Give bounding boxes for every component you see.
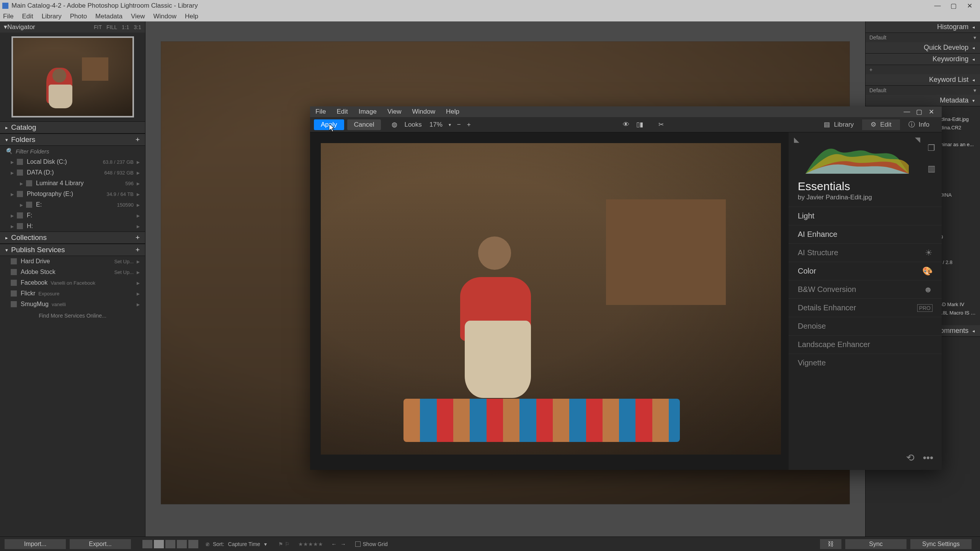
compare-icon[interactable]: ▯▮ <box>636 121 643 129</box>
loupe-view-icon[interactable] <box>154 540 164 548</box>
show-grid-checkbox[interactable]: Show Grid <box>355 541 388 547</box>
lm-maximize-icon[interactable]: ▢ <box>914 108 924 116</box>
lm-menu-window[interactable]: Window <box>412 108 435 116</box>
filter-folders-input[interactable]: 🔍 Filter Folders <box>0 146 145 156</box>
publish-item[interactable]: SmugMug vanelli ▸ <box>0 299 145 310</box>
menu-help[interactable]: Help <box>185 13 198 20</box>
lm-menu-image[interactable]: Image <box>359 108 377 116</box>
zoom-value[interactable]: 17% <box>430 121 443 129</box>
more-icon[interactable]: ••• <box>923 452 933 464</box>
essentials-row[interactable]: Color 🎨 <box>789 262 942 280</box>
sync-button[interactable]: Sync <box>845 539 906 549</box>
crop-icon[interactable]: ✂ <box>658 121 664 129</box>
clip-highlight-icon[interactable]: ◥ <box>915 135 920 144</box>
folder-item[interactable]: ▸ H: ▸ <box>0 221 145 231</box>
cancel-button[interactable]: Cancel <box>347 119 381 130</box>
grid-view-icon[interactable] <box>142 540 152 548</box>
compare-view-icon[interactable] <box>165 540 175 548</box>
menu-metadata[interactable]: Metadata <box>95 13 122 20</box>
export-button[interactable]: Export... <box>70 539 131 549</box>
sync-lock-icon[interactable]: ⛓ <box>820 539 841 549</box>
zoom-in-button[interactable]: + <box>467 121 471 129</box>
nav-mode-3-1[interactable]: 3:1 <box>134 24 141 30</box>
essentials-row[interactable]: Light <box>789 207 942 225</box>
add-folder-icon[interactable]: + <box>136 135 140 144</box>
navigator-header[interactable]: ▾ Navigator FIT FILL 1:1 3:1 <box>0 21 145 33</box>
zoom-out-button[interactable]: − <box>457 121 461 129</box>
publish-header[interactable]: ▾ Publish Services + <box>0 244 145 256</box>
dropdown-icon[interactable]: ▾ <box>973 34 976 41</box>
nav-mode-fill[interactable]: FILL <box>106 24 117 30</box>
next-photo-icon[interactable]: → <box>341 541 346 547</box>
lm-menu-file[interactable]: File <box>315 108 326 116</box>
navigator-thumbnail[interactable] <box>11 36 134 117</box>
tab-library[interactable]: ▤ Library <box>815 119 862 130</box>
flag-icons[interactable]: ⚑ ⚐ <box>278 541 290 547</box>
folder-item[interactable]: ▸ DATA (D:) 648 / 932 GB ▸ <box>0 167 145 178</box>
folder-item[interactable]: ▸ F: ▸ <box>0 210 145 221</box>
minimize-icon[interactable]: — <box>929 2 946 10</box>
close-icon[interactable]: ✕ <box>962 2 978 10</box>
menu-photo[interactable]: Photo <box>70 13 87 20</box>
split-view-icon[interactable]: ▥ <box>926 164 936 174</box>
painter-icon[interactable]: ⎚ <box>206 541 209 547</box>
essentials-row[interactable]: Vignette <box>789 354 942 372</box>
essentials-row[interactable]: Landscape Enhancer <box>789 335 942 354</box>
lm-close-icon[interactable]: ✕ <box>926 108 936 116</box>
import-button[interactable]: Import... <box>5 539 66 549</box>
nav-mode-1-1[interactable]: 1:1 <box>122 24 129 30</box>
rating-stars[interactable]: ★★★★★ <box>298 541 323 547</box>
prev-photo-icon[interactable]: ← <box>332 541 337 547</box>
lm-menu-edit[interactable]: Edit <box>336 108 348 116</box>
catalog-header[interactable]: ▸ Catalog <box>0 121 145 134</box>
section-quick-develop[interactable]: Quick Develop◂ <box>866 42 980 54</box>
section-keywording[interactable]: Keywording◂ <box>866 54 980 65</box>
collections-header[interactable]: ▸ Collections + <box>0 231 145 244</box>
menu-file[interactable]: File <box>3 13 13 20</box>
essentials-row[interactable]: AI Structure ☀ <box>789 243 942 262</box>
add-collection-icon[interactable]: + <box>136 233 140 242</box>
menu-library[interactable]: Library <box>42 13 62 20</box>
section-histogram[interactable]: Histogram◂ <box>866 21 980 33</box>
maximize-icon[interactable]: ▢ <box>946 2 962 10</box>
add-publish-icon[interactable]: + <box>136 246 140 254</box>
sort-value[interactable]: Capture Time <box>228 541 260 547</box>
essentials-row[interactable]: Denoise <box>789 317 942 335</box>
publish-item[interactable]: Hard Drive Set Up... ▸ <box>0 256 145 267</box>
history-icon[interactable]: ⟲ <box>906 452 915 464</box>
folder-item[interactable]: ▸ Photography (E:) 34.9 / 64 TB ▸ <box>0 189 145 199</box>
luminar-canvas[interactable] <box>310 132 789 470</box>
dropdown-icon[interactable]: ▾ <box>973 87 976 93</box>
add-keyword-icon[interactable]: + <box>869 67 872 73</box>
publish-item[interactable]: Flickr Exposure ▸ <box>0 288 145 299</box>
section-keyword-list[interactable]: Keyword List◂ <box>866 74 980 86</box>
publish-item[interactable]: Facebook Vanelli on Facebook ▸ <box>0 277 145 288</box>
section-metadata[interactable]: Metadata▾ <box>866 95 980 106</box>
people-view-icon[interactable] <box>188 540 198 548</box>
menu-edit[interactable]: Edit <box>22 13 33 20</box>
publish-item[interactable]: Adobe Stock Set Up... ▸ <box>0 267 145 277</box>
lm-menu-help[interactable]: Help <box>446 108 459 116</box>
chevron-down-icon[interactable]: ▾ <box>449 122 451 127</box>
survey-view-icon[interactable] <box>177 540 187 548</box>
nav-mode-fit[interactable]: FIT <box>94 24 102 30</box>
folder-item[interactable]: ▸ Local Disk (C:) 63.8 / 237 GB ▸ <box>0 156 145 167</box>
folders-header[interactable]: ▾ Folders + <box>0 134 145 146</box>
chevron-down-icon[interactable]: ▾ <box>264 541 267 547</box>
essentials-row[interactable]: AI Enhance <box>789 225 942 243</box>
essentials-row[interactable]: B&W Conversion ☻ <box>789 280 942 298</box>
apply-button[interactable]: Apply <box>314 119 344 130</box>
clip-shadow-icon[interactable]: ◣ <box>794 135 799 144</box>
tab-info[interactable]: ⓘ Info <box>900 119 938 130</box>
tab-edit[interactable]: ⚙ Edit <box>862 119 900 130</box>
layers-icon[interactable]: ❐ <box>926 143 936 153</box>
find-more-services[interactable]: Find More Services Online... <box>0 310 145 322</box>
lm-menu-view[interactable]: View <box>387 108 402 116</box>
preview-eye-icon[interactable]: 👁 <box>623 121 629 129</box>
essentials-row[interactable]: Details Enhancer PRO <box>789 298 942 317</box>
menu-window[interactable]: Window <box>154 13 176 20</box>
lm-minimize-icon[interactable]: — <box>902 108 912 116</box>
menu-view[interactable]: View <box>131 13 145 20</box>
folder-item[interactable]: ▸ E: 150590 ▸ <box>0 199 145 210</box>
looks-button[interactable]: Looks <box>404 121 421 129</box>
